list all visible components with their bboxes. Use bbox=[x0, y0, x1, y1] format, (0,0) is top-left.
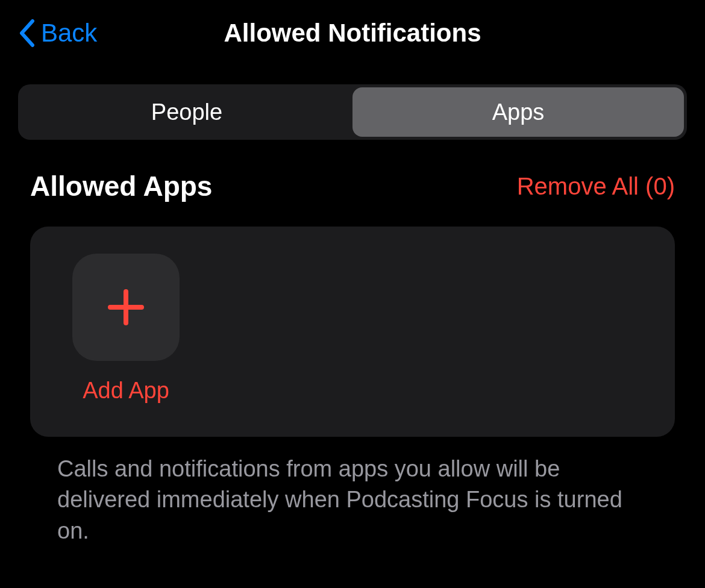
segment-apps[interactable]: Apps bbox=[352, 87, 684, 137]
page-title: Allowed Notifications bbox=[18, 19, 687, 48]
allowed-apps-container: Add App bbox=[30, 227, 675, 437]
add-app-icon-box bbox=[72, 254, 180, 361]
plus-icon bbox=[105, 287, 146, 328]
back-button[interactable]: Back bbox=[18, 19, 97, 48]
chevron-left-icon bbox=[18, 19, 35, 48]
section-title: Allowed Apps bbox=[30, 170, 212, 202]
segment-people[interactable]: People bbox=[21, 87, 352, 137]
remove-all-button[interactable]: Remove All (0) bbox=[517, 173, 675, 200]
navigation-header: Back Allowed Notifications bbox=[0, 0, 705, 72]
section-header: Allowed Apps Remove All (0) bbox=[0, 170, 705, 202]
description-text: Calls and notifications from apps you al… bbox=[0, 437, 705, 546]
segment-control: People Apps bbox=[18, 84, 687, 140]
add-app-button[interactable]: Add App bbox=[72, 254, 180, 404]
back-label: Back bbox=[41, 19, 97, 48]
add-app-label: Add App bbox=[83, 378, 169, 404]
